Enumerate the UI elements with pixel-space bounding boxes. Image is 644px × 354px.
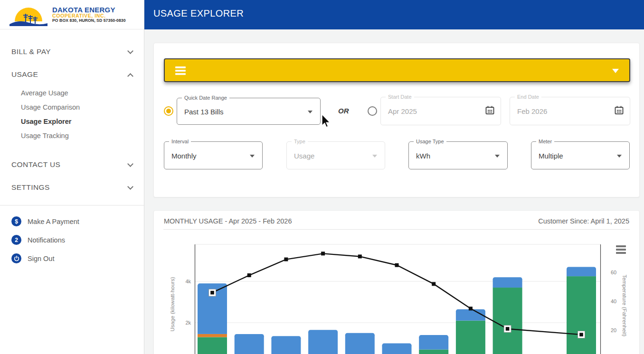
page-title: USAGE EXPLORER [144, 8, 244, 19]
calendar-icon[interactable] [485, 106, 494, 117]
quick-date-range-value: Past 13 Bills [184, 107, 224, 115]
sign-out-label: Sign Out [28, 255, 54, 262]
svg-text:40: 40 [611, 298, 616, 304]
calendar-icon[interactable] [615, 106, 624, 117]
chart-divider [163, 229, 630, 230]
dropdown-arrow-icon [308, 111, 313, 113]
chart-header: MONTHLY USAGE - Apr 2025 - Feb 2026 Cust… [154, 211, 639, 225]
dropdown-arrow-icon [250, 155, 255, 158]
sidebar-item-usage-tracking[interactable]: Usage Tracking [21, 129, 133, 143]
or-label: OR [338, 107, 349, 115]
sidebar-item-contact-us[interactable]: CONTACT US [11, 153, 133, 176]
accordion-caret-icon [612, 69, 619, 73]
usage-chart: 4k2k604020Usage (kilowatt-hours)Temperat… [154, 239, 640, 354]
quick-date-range-select[interactable]: Quick Date Range Past 13 Bills [177, 98, 321, 125]
start-date-label: Start Date [386, 94, 414, 100]
sidebar-nav: BILL & PAY USAGE Average Usage Usage Com… [0, 40, 144, 199]
sidebar-item-usage-explorer[interactable]: Usage Explorer [21, 114, 133, 129]
interval-value: Monthly [171, 151, 197, 159]
brand-name: DAKOTA ENERGY [52, 6, 126, 14]
svg-text:60: 60 [611, 270, 616, 275]
end-date-value: Feb 2026 [517, 107, 547, 115]
notifications-link[interactable]: 2 Notifications [11, 231, 144, 249]
svg-text:20: 20 [611, 327, 616, 333]
quick-date-range-label: Quick Date Range [182, 95, 229, 101]
bill-pay-label: BILL & PAY [11, 47, 51, 56]
customer-since-label: Customer Since: April 1, 2025 [538, 217, 629, 225]
sidebar-item-usage-comparison[interactable]: Usage Comparison [21, 100, 133, 114]
usage-type-label: Usage Type [414, 139, 446, 144]
dropdown-arrow-icon [495, 155, 500, 158]
custom-date-range-radio[interactable] [368, 106, 377, 116]
sidebar-quick-links: $ Make A Payment 2 Notifications Sign Ou… [0, 205, 144, 268]
svg-text:4k: 4k [185, 279, 191, 284]
power-icon [11, 253, 21, 263]
usage-sub-list: Average Usage Usage Comparison Usage Exp… [11, 86, 133, 145]
svg-text:Temperature (Fahrenheit): Temperature (Fahrenheit) [622, 275, 627, 337]
end-date-field[interactable]: End Date Feb 2026 [510, 97, 630, 125]
brand-address: PO BOX 830, HURON, SD 57350-0830 [52, 19, 126, 23]
end-date-label: End Date [515, 94, 541, 100]
logo[interactable]: DAKOTA ENERGY COOPERATIVE, INC. PO BOX 8… [0, 0, 144, 29]
mouse-cursor [321, 114, 332, 129]
sidebar-item-usage[interactable]: USAGE [11, 63, 133, 86]
make-payment-link[interactable]: $ Make A Payment [11, 212, 144, 231]
chevron-down-icon [127, 161, 133, 167]
sidebar: DAKOTA ENERGY COOPERATIVE, INC. PO BOX 8… [0, 0, 144, 354]
sign-out-link[interactable]: Sign Out [11, 249, 144, 268]
chevron-down-icon [127, 184, 133, 190]
notifications-label: Notifications [28, 236, 65, 244]
start-date-field[interactable]: Start Date Apr 2025 [380, 97, 501, 125]
filter-panel: Quick Date Range Past 13 Bills OR Start … [153, 43, 640, 197]
dropdown-arrow-icon [617, 155, 622, 158]
contact-us-label: CONTACT US [11, 160, 60, 169]
sidebar-item-bill-pay[interactable]: BILL & PAY [11, 40, 133, 63]
notifications-count-badge: 2 [11, 235, 21, 245]
usage-label: USAGE [11, 70, 38, 79]
chart-context-menu-icon[interactable] [616, 245, 626, 254]
sidebar-item-settings[interactable]: SETTINGS [11, 176, 133, 199]
logo-text: DAKOTA ENERGY COOPERATIVE, INC. PO BOX 8… [52, 6, 126, 23]
meter-select[interactable]: Meter Multiple [531, 141, 630, 169]
type-value: Usage [294, 151, 314, 159]
svg-text:2k: 2k [185, 320, 191, 326]
logo-sun-icon [9, 3, 48, 26]
page: { "brand": { "line1": "DAKOTA ENERGY", "… [0, 0, 644, 354]
meter-label: Meter [536, 139, 554, 144]
type-select: Type Usage [286, 141, 385, 169]
chevron-up-icon [127, 73, 133, 79]
make-payment-label: Make A Payment [28, 218, 79, 225]
quick-date-range-radio[interactable] [164, 106, 173, 116]
type-label: Type [292, 139, 308, 144]
interval-label: Interval [169, 139, 191, 144]
page-header: USAGE EXPLORER [144, 0, 644, 29]
sidebar-item-average-usage[interactable]: Average Usage [21, 86, 133, 100]
chart-panel: MONTHLY USAGE - Apr 2025 - Feb 2026 Cust… [153, 210, 640, 354]
filter-accordion-bar[interactable] [164, 58, 630, 82]
svg-text:Usage (kilowatt-hours): Usage (kilowatt-hours) [170, 277, 175, 331]
settings-label: SETTINGS [11, 183, 50, 192]
usage-type-value: kWh [416, 151, 430, 159]
chevron-down-icon [127, 48, 133, 54]
filter-menu-icon [175, 66, 186, 76]
dropdown-arrow-icon [372, 155, 377, 158]
usage-type-select[interactable]: Usage Type kWh [408, 141, 508, 169]
dollar-icon: $ [11, 216, 21, 226]
interval-select[interactable]: Interval Monthly [164, 141, 263, 169]
meter-value: Multiple [539, 151, 563, 159]
chart-title: MONTHLY USAGE - Apr 2025 - Feb 2026 [164, 217, 292, 225]
start-date-value: Apr 2025 [388, 107, 417, 115]
